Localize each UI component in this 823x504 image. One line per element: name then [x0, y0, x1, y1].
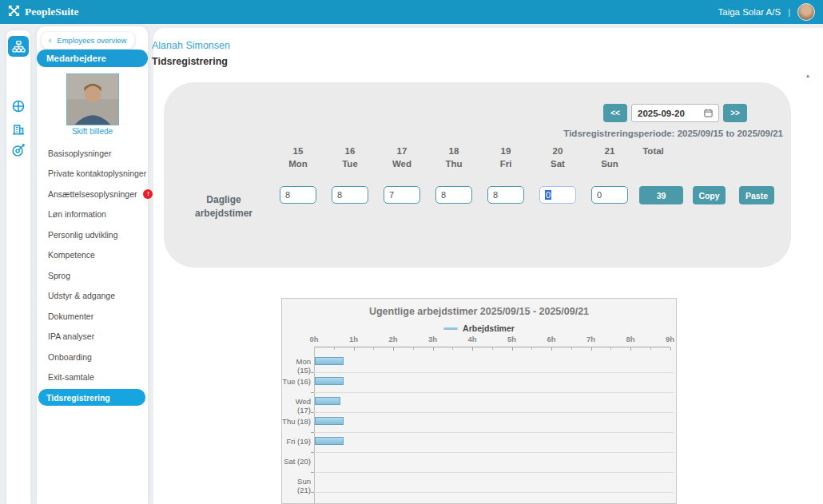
date-value: 2025-09-20: [638, 109, 704, 118]
previous-week-button[interactable]: <<: [603, 104, 627, 122]
copy-button[interactable]: Copy: [693, 186, 726, 204]
sidebar-item-label: Exit-samtale: [48, 372, 94, 382]
sidebar-item-ansættelsesoplysninger[interactable]: Ansættelsesoplysninger!: [37, 184, 148, 204]
y-axis-line: [314, 347, 315, 504]
weekly-hours-chart: Ugentlige arbejdstimer 2025/09/15 - 2025…: [281, 298, 677, 504]
paste-button[interactable]: Paste: [739, 186, 774, 204]
axis-tick-mark: [630, 347, 631, 351]
chart-row-label: Tue (16): [282, 377, 311, 386]
chart-row-label: Mon (15): [282, 357, 311, 375]
total-column-header: Total: [631, 146, 675, 156]
hours-input-thu[interactable]: [435, 186, 472, 204]
nav-rail: [6, 30, 30, 504]
employee-photo: [66, 73, 119, 125]
app-name: PeopleSuite: [25, 6, 79, 18]
next-week-button[interactable]: >>: [723, 104, 747, 122]
sidebar-item-personlig-udvikling[interactable]: Personlig udvikling: [37, 224, 148, 245]
axis-tick-label: 9h: [658, 335, 682, 343]
selected-text: 0: [545, 190, 551, 200]
sidebar-item-kompetence[interactable]: Kompetence: [37, 245, 148, 266]
day-name-tue: Tue: [332, 159, 368, 169]
axis-minor-tick: [492, 347, 493, 350]
axis-tick-label: 4h: [460, 335, 484, 343]
user-avatar[interactable]: [797, 3, 815, 21]
daily-hours-row-label: Daglige arbejdstimer: [180, 193, 268, 220]
y-axis-tick: [311, 452, 314, 453]
sidebar-item-label: Kompetence: [48, 250, 95, 260]
scrollbar-up-arrow[interactable]: ▲: [802, 71, 813, 81]
axis-minor-tick: [373, 347, 374, 350]
chevron-left-icon: ‹: [49, 36, 51, 45]
sidebar-item-label: Private kontaktoplysninger: [48, 169, 146, 178]
axis-minor-tick: [571, 347, 572, 350]
hours-input-mon[interactable]: [280, 186, 316, 204]
sidebar-item-onboarding[interactable]: Onboarding: [37, 347, 148, 367]
chart-row-label: Sun (21): [282, 477, 311, 494]
day-number-fri: 19: [487, 146, 524, 156]
axis-minor-tick: [531, 347, 532, 350]
chart-legend[interactable]: Arbejdstimer: [282, 323, 676, 333]
axis-tick-label: 3h: [421, 335, 445, 343]
sidebar-item-label: Dokumenter: [48, 312, 93, 321]
target-icon[interactable]: [8, 140, 29, 161]
app-window: PeopleSuite Taiga Solar A/S |: [0, 0, 823, 504]
axis-tick-label: 8h: [618, 335, 642, 343]
sidebar-item-private-kontaktoplysninger[interactable]: Private kontaktoplysninger: [37, 164, 148, 185]
y-axis-tick: [311, 412, 314, 413]
day-name-thu: Thu: [435, 159, 472, 169]
y-axis-tick: [311, 492, 314, 493]
hours-input-tue[interactable]: [332, 186, 368, 204]
employee-sidebar: ‹ Employees overview Medarbejdere Skift …: [37, 26, 148, 504]
axis-tick-label: 5h: [500, 335, 524, 343]
day-number-wed: 17: [384, 146, 420, 156]
hours-input-sat[interactable]: 0: [539, 186, 576, 204]
y-axis-tick: [311, 372, 314, 373]
sidebar-item-exit-samtale[interactable]: Exit-samtale: [37, 367, 148, 388]
date-picker-field[interactable]: 2025-09-20: [631, 104, 719, 122]
sidebar-item-dokumenter[interactable]: Dokumenter: [37, 306, 148, 327]
globe-icon[interactable]: [8, 96, 29, 117]
row-gridline: [314, 452, 674, 453]
day-number-mon: 15: [280, 146, 316, 156]
sidebar-item-label: Onboarding: [48, 352, 92, 362]
back-to-employees-button[interactable]: ‹ Employees overview: [42, 32, 134, 49]
sidebar-item-label: IPA analyser: [48, 331, 94, 341]
axis-minor-tick: [334, 347, 335, 350]
sidebar-item-løn-information[interactable]: Løn information: [37, 204, 148, 225]
day-number-sat: 20: [539, 146, 576, 156]
axis-tick-mark: [354, 347, 355, 351]
sidebar-item-label: Løn information: [48, 209, 106, 219]
row-gridline: [314, 492, 674, 493]
employee-name-link[interactable]: Alanah Simonsen: [152, 40, 230, 51]
change-photo-link[interactable]: Skift billede: [37, 127, 148, 136]
axis-tick-label: 6h: [539, 335, 563, 343]
chart-row-label: Wed (17): [282, 397, 311, 415]
sidebar-item-label: Tidsregistrering: [46, 393, 110, 403]
building-icon[interactable]: [8, 118, 29, 139]
calendar-icon[interactable]: [704, 109, 713, 117]
org-chart-icon[interactable]: [8, 36, 29, 57]
sidebar-item-basisoplysninger[interactable]: Basisoplysninger: [37, 143, 148, 164]
legend-marker: [443, 327, 458, 330]
sidebar-item-ipa-analyser[interactable]: IPA analyser: [37, 327, 148, 347]
sidebar-item-label: Basisoplysninger: [48, 149, 111, 158]
day-number-thu: 18: [435, 146, 472, 156]
total-value-button: 39: [639, 186, 683, 204]
chart-row-label: Sat (20): [282, 457, 311, 466]
hours-input-wed[interactable]: [384, 186, 420, 204]
sidebar-item-sprog[interactable]: Sprog: [37, 265, 148, 286]
day-name-mon: Mon: [280, 159, 316, 169]
axis-minor-tick: [452, 347, 453, 350]
sidebar-item-tidsregistrering[interactable]: Tidsregistrering: [38, 389, 145, 406]
day-number-sun: 21: [591, 146, 628, 156]
app-logo[interactable]: PeopleSuite: [8, 5, 79, 20]
hours-input-sun[interactable]: [591, 186, 628, 204]
day-name-fri: Fri: [487, 159, 524, 169]
chart-bar-fri: [315, 437, 344, 445]
sidebar-section-title: Medarbejdere: [37, 50, 148, 67]
sidebar-menu: BasisoplysningerPrivate kontaktoplysning…: [37, 143, 148, 408]
top-bar: PeopleSuite Taiga Solar A/S |: [0, 0, 823, 24]
hours-input-fri[interactable]: [487, 186, 524, 204]
y-axis-tick: [311, 392, 314, 393]
sidebar-item-udstyr-adgange[interactable]: Udstyr & adgange: [37, 286, 148, 307]
